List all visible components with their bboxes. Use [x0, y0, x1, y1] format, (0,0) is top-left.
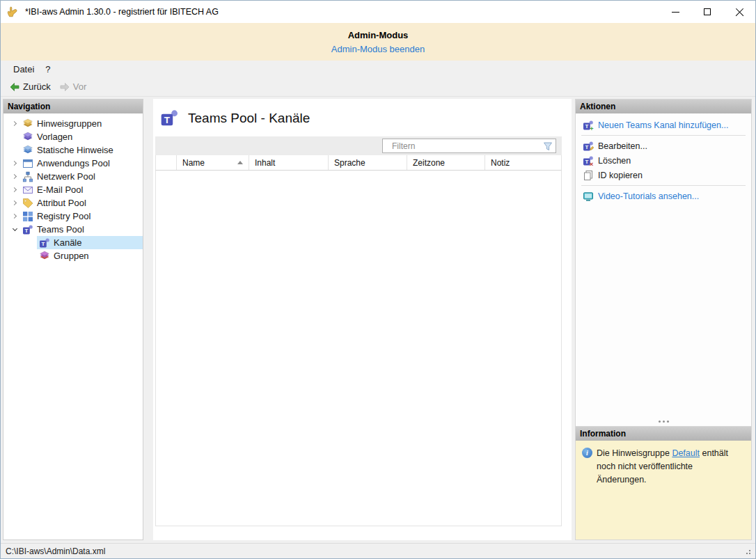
expander-collapsed-icon[interactable]	[9, 171, 20, 182]
sort-ascending-icon	[237, 161, 243, 164]
window-resize-grip[interactable]	[743, 546, 753, 556]
admin-mode-exit-link[interactable]: Admin-Modus beenden	[331, 44, 425, 54]
nav-item-anwendungs-pool[interactable]: Anwendungs Pool	[3, 157, 143, 170]
titlebar: *IBI-aws Admin 1.30.0 - registriert für …	[1, 1, 755, 23]
menu-item-help[interactable]: ?	[40, 63, 56, 76]
nav-item-netzwerk-pool[interactable]: Netzwerk Pool	[3, 170, 143, 183]
maximize-button[interactable]	[691, 1, 723, 23]
actions-panel: Aktionen T+Neuen Teams Kanal hinzufügen.…	[575, 99, 752, 427]
forward-button[interactable]: Vor	[55, 80, 91, 94]
maximize-icon	[704, 8, 711, 15]
column-header-notiz[interactable]: Notiz	[485, 155, 561, 170]
nav-item-vorlagen[interactable]: Vorlagen	[3, 130, 143, 143]
nav-item-label: Gruppen	[54, 251, 89, 261]
info-icon	[582, 448, 592, 458]
layers-magenta-icon	[39, 251, 50, 262]
nav-item-teams-pool[interactable]: TTeams Pool	[3, 223, 143, 236]
svg-text:T: T	[585, 123, 588, 129]
nav-item-hinweisgruppen[interactable]: Hinweisgruppen	[3, 117, 143, 130]
window-controls	[659, 1, 755, 23]
nav-item-gruppen[interactable]: Gruppen	[3, 249, 143, 262]
channels-table-region: NameInhaltSpracheZeitzoneNotiz	[155, 136, 562, 526]
expander-collapsed-icon[interactable]	[9, 158, 20, 169]
nav-item-kanaele[interactable]: TKanäle	[3, 236, 143, 249]
row-header-gutter	[156, 155, 177, 170]
action-neuen-teams-kanal-hinzufuegen[interactable]: T+Neuen Teams Kanal hinzufügen...	[576, 118, 751, 132]
close-button[interactable]	[723, 1, 755, 23]
teams-add-icon: T+	[583, 120, 594, 131]
nav-item-e-mail-pool[interactable]: E-Mail Pool	[3, 183, 143, 196]
panel-splitter-grip[interactable]	[576, 417, 751, 426]
page-title-row: T Teams Pool - Kanäle	[155, 104, 562, 136]
nav-item-attribut-pool[interactable]: Attribut Pool	[3, 196, 143, 210]
action-label: Video-Tutorials ansehen...	[598, 191, 699, 201]
copy-icon	[583, 170, 594, 181]
table-body-empty[interactable]	[155, 171, 562, 526]
nav-item-label: Attribut Pool	[37, 198, 86, 208]
column-header-inhalt[interactable]: Inhalt	[249, 155, 329, 170]
expander-collapsed-icon[interactable]	[9, 184, 20, 196]
toolbar: Zurück Vor	[1, 77, 755, 97]
nav-item-label: Teams Pool	[37, 224, 84, 235]
minimize-button[interactable]	[659, 1, 691, 23]
main-panel: T Teams Pool - Kanäle NameInhaltSpracheZ…	[153, 99, 572, 540]
actions-header: Aktionen	[576, 100, 751, 113]
action-bearbeiten[interactable]: TBearbeiten...	[576, 139, 751, 153]
action-video-tutorials-ansehen[interactable]: Video-Tutorials ansehen...	[576, 189, 751, 203]
column-header-zeitzone[interactable]: Zeitzone	[407, 155, 485, 170]
column-header-label: Zeitzone	[413, 158, 445, 168]
grip-dots-icon	[663, 420, 665, 423]
filter-funnel-icon[interactable]	[542, 141, 553, 152]
filter-input[interactable]	[383, 141, 542, 151]
information-message: Die Hinweisgruppe Default enthält noch n…	[597, 447, 745, 486]
nav-item-registry-pool[interactable]: Registry Pool	[3, 210, 143, 223]
app-window: *IBI-aws Admin 1.30.0 - registriert für …	[0, 0, 756, 559]
svg-text:T: T	[585, 144, 588, 150]
admin-mode-title: Admin-Modus	[348, 30, 409, 40]
nav-item-label: E-Mail Pool	[37, 184, 83, 195]
information-panel: Information Die Hinweisgruppe Default en…	[575, 427, 752, 540]
layers-blue-icon	[22, 145, 33, 156]
expander-spacer	[26, 251, 37, 262]
action-id-kopieren[interactable]: ID kopieren	[576, 168, 751, 182]
svg-text:T: T	[41, 241, 45, 247]
svg-text:T: T	[24, 228, 28, 234]
attribute-tag-icon	[22, 198, 33, 209]
statusbar-file-path: C:\IBI-aws\Admin\Data.xml	[6, 546, 105, 556]
actions-list: T+Neuen Teams Kanal hinzufügen...TBearbe…	[576, 113, 751, 203]
right-column: Aktionen T+Neuen Teams Kanal hinzufügen.…	[575, 99, 752, 540]
nav-item-label: Netzwerk Pool	[37, 171, 95, 182]
action-loeschen[interactable]: T×Löschen	[576, 153, 751, 168]
back-button-label: Zurück	[23, 81, 51, 92]
back-button[interactable]: Zurück	[5, 80, 55, 94]
expander-collapsed-icon[interactable]	[9, 198, 20, 209]
action-label: Löschen	[598, 156, 631, 166]
default-group-link[interactable]: Default	[672, 448, 700, 458]
info-text-before: Die Hinweisgruppe	[597, 448, 672, 458]
svg-text:T: T	[585, 159, 588, 165]
nav-item-statische-hinweise[interactable]: Statische Hinweise	[3, 143, 143, 157]
teams-edit-icon: T	[583, 141, 594, 152]
teams-icon: T	[160, 109, 179, 127]
nav-item-label: Registry Pool	[37, 211, 90, 221]
column-header-sprache[interactable]: Sprache	[329, 155, 407, 170]
expander-spacer	[26, 237, 37, 249]
filter-band	[155, 136, 562, 155]
column-header-label: Name	[182, 158, 205, 168]
menu-item-datei[interactable]: Datei	[8, 63, 40, 76]
expander-expanded-icon[interactable]	[9, 224, 20, 235]
information-header: Information	[576, 427, 751, 441]
window-title: *IBI-aws Admin 1.30.0 - registriert für …	[25, 7, 219, 17]
nav-item-label: Hinweisgruppen	[37, 118, 102, 129]
close-icon	[735, 8, 744, 17]
registry-grid-icon	[22, 211, 33, 222]
action-label: Bearbeiten...	[598, 141, 647, 151]
column-header-name[interactable]: Name	[177, 155, 249, 170]
actions-separator	[581, 135, 746, 136]
tv-icon	[583, 191, 594, 202]
page-title: Teams Pool - Kanäle	[188, 111, 310, 126]
svg-text:+: +	[590, 125, 593, 131]
expander-collapsed-icon[interactable]	[9, 211, 20, 222]
column-header-label: Sprache	[334, 158, 365, 168]
expander-collapsed-icon[interactable]	[9, 118, 20, 129]
